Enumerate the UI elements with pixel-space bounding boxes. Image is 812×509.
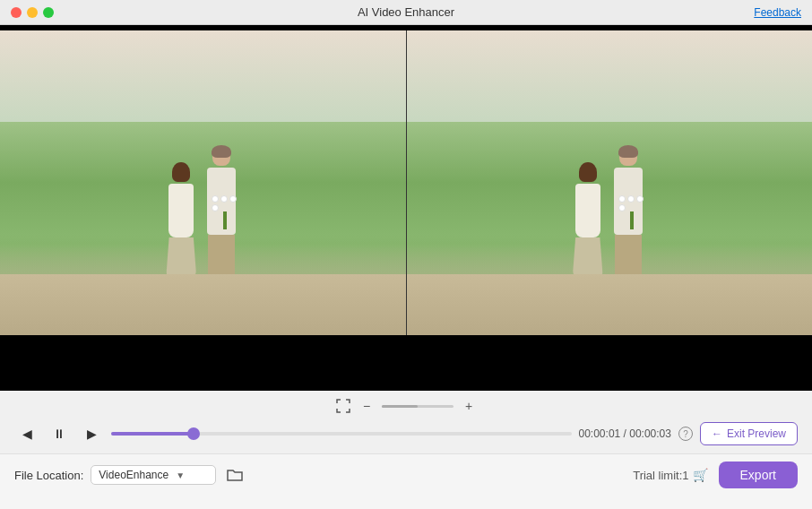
zoom-slider-fill: [382, 405, 418, 408]
previous-button[interactable]: ◀: [14, 421, 39, 446]
man-head-right: [619, 146, 637, 166]
man-pants-right: [615, 235, 642, 280]
right-section: Trial limit:1 🛒 Export: [633, 462, 798, 488]
bottom-bar: File Location: VideoEnhance ▼ Trial limi…: [0, 453, 812, 496]
scene-right: [407, 30, 813, 335]
chevron-down-icon: ▼: [176, 470, 185, 480]
folder-button[interactable]: [223, 463, 246, 487]
flower-r3: [636, 195, 644, 203]
app-title: AI Video Enhancer: [358, 5, 454, 19]
woman-body-left: [168, 184, 194, 237]
zoom-out-button[interactable]: −: [358, 398, 375, 414]
exit-arrow-icon: ←: [712, 427, 722, 440]
flower-r2: [627, 195, 635, 203]
zoom-controls: − +: [0, 396, 812, 418]
export-button[interactable]: Export: [719, 462, 798, 488]
title-bar: AI Video Enhancer Feedback: [0, 0, 812, 25]
window-controls: [11, 7, 54, 18]
flower-3: [229, 195, 237, 203]
stem-left: [223, 211, 227, 229]
scene-left: [0, 30, 406, 335]
video-area: [0, 25, 812, 391]
video-panel-original: [0, 30, 407, 335]
woman-hair-left: [172, 162, 190, 182]
pause-button[interactable]: ⏸: [47, 421, 72, 446]
flowers-left: [212, 195, 237, 211]
help-icon[interactable]: ?: [678, 427, 693, 441]
exit-preview-label: Exit Preview: [727, 427, 786, 440]
controls-area: − + ◀ ⏸ ▶ 00:00:01 / 00:00:03 ? ← Exit P…: [0, 391, 812, 453]
fit-button[interactable]: [335, 398, 351, 414]
video-panel-enhanced: [407, 30, 813, 335]
playback-row: ◀ ⏸ ▶ 00:00:01 / 00:00:03 ? ← Exit Previ…: [0, 418, 812, 450]
woman-head-left: [173, 164, 189, 182]
woman-hair-right: [579, 162, 597, 182]
flower-r4: [618, 204, 626, 211]
woman-skirt-left: [166, 237, 196, 278]
video-panels: [0, 30, 812, 335]
flower-1: [212, 195, 219, 203]
file-location-value: VideoEnhance: [99, 469, 168, 481]
man-hair-left: [212, 145, 231, 158]
flower-2: [220, 195, 228, 203]
maximize-button[interactable]: [43, 7, 54, 18]
zoom-slider[interactable]: [382, 405, 454, 408]
stem-right: [630, 211, 634, 229]
progress-thumb[interactable]: [187, 427, 200, 440]
total-time: 00:00:03: [629, 427, 671, 440]
file-location-select[interactable]: VideoEnhance ▼: [91, 465, 216, 485]
bouquet-left: [212, 195, 238, 240]
file-location-label: File Location:: [14, 469, 83, 482]
woman-body-right: [575, 184, 600, 237]
flower-r1: [618, 195, 626, 203]
trial-limit: Trial limit:1 🛒: [633, 468, 707, 482]
trial-limit-text: Trial limit:1: [633, 469, 688, 482]
cart-icon[interactable]: 🛒: [693, 468, 708, 482]
flowers-right: [618, 195, 644, 211]
man-hair-right: [618, 145, 638, 158]
woman-skirt-right: [573, 237, 603, 278]
persons-right: [565, 146, 654, 280]
zoom-in-button[interactable]: +: [461, 398, 477, 414]
feedback-link[interactable]: Feedback: [754, 6, 801, 19]
man-pants-left: [208, 235, 235, 280]
woman-head-right: [580, 164, 596, 182]
man-head-left: [212, 146, 230, 166]
time-display: 00:00:01 / 00:00:03: [579, 427, 671, 440]
flower-4: [212, 204, 219, 211]
current-time: 00:00:01: [579, 427, 621, 440]
progress-fill: [111, 432, 194, 436]
close-button[interactable]: [11, 7, 22, 18]
bouquet-right: [618, 195, 645, 240]
play-button[interactable]: ▶: [79, 421, 104, 446]
progress-bar[interactable]: [111, 432, 572, 436]
exit-preview-button[interactable]: ← Exit Preview: [700, 422, 798, 445]
minimize-button[interactable]: [27, 7, 38, 18]
persons-left: [158, 146, 247, 280]
